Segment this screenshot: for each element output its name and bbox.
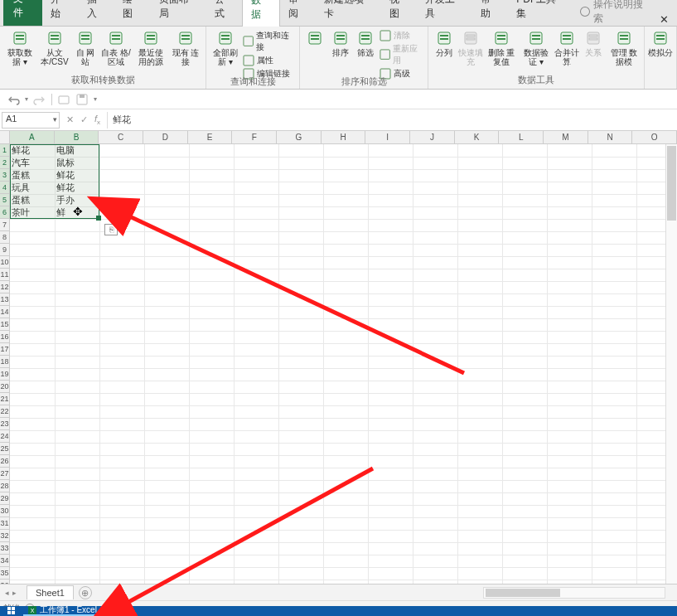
col-header-L[interactable]: L [499, 131, 544, 143]
row-header-10[interactable]: 10 [0, 256, 9, 269]
row-header-7[interactable]: 7 [0, 219, 9, 231]
worksheet-grid[interactable]: ABCDEFGHIJKLMNO 123456789101112131415161… [0, 131, 677, 584]
ribbon-get-data-button[interactable]: 获取数 据 ▾ [3, 30, 36, 66]
col-header-J[interactable]: J [410, 131, 455, 143]
sheet-nav-prev[interactable]: ◂ [5, 589, 9, 597]
row-header-24[interactable]: 24 [0, 430, 9, 443]
row-header-29[interactable]: 29 [0, 492, 9, 505]
row-header-17[interactable]: 17 [0, 343, 9, 356]
row-header-14[interactable]: 14 [0, 306, 9, 318]
name-box[interactable]: A1 ▾ [2, 112, 60, 129]
row-headers[interactable]: 1234567891011121314151617181920212223242… [0, 144, 10, 584]
tab-PDF工具集[interactable]: PDF工具集 [508, 0, 573, 26]
taskbar-item-excel[interactable]: X 工作簿1 - Excel [23, 606, 102, 616]
ribbon-clear-button[interactable]: 清除 [380, 30, 410, 41]
col-header-G[interactable]: G [277, 131, 322, 143]
row-header-23[interactable]: 23 [0, 418, 9, 430]
col-header-F[interactable]: F [232, 131, 277, 143]
ribbon-from-text-button[interactable]: 从文 本/CSV [38, 30, 71, 66]
tab-file[interactable]: 文件 [3, 0, 42, 26]
select-all-corner[interactable] [0, 131, 10, 144]
tab-帮助[interactable]: 帮助 [472, 0, 508, 26]
row-header-35[interactable]: 35 [0, 567, 9, 580]
tab-数据[interactable]: 数据 [242, 0, 279, 27]
ribbon-from-web-button[interactable]: 自 网站 [73, 30, 98, 66]
col-header-D[interactable]: D [143, 131, 188, 143]
ribbon-data-valid-button[interactable]: 数据验 证 ▾ [520, 30, 553, 66]
col-header-E[interactable]: E [188, 131, 233, 143]
ribbon-consol-button[interactable]: 合并计算 [554, 30, 579, 66]
row-header-22[interactable]: 22 [0, 405, 9, 418]
row-header-20[interactable]: 20 [0, 381, 9, 393]
ribbon-flash-fill-button[interactable]: 快速填充 [458, 30, 483, 66]
row-header-1[interactable]: 1 [0, 144, 9, 157]
start-button[interactable] [0, 606, 23, 616]
add-sheet-button[interactable]: ⊕ [79, 586, 92, 599]
row-header-33[interactable]: 33 [0, 542, 9, 555]
row-header-34[interactable]: 34 [0, 555, 9, 567]
fill-handle[interactable] [96, 216, 101, 221]
window-close-button[interactable]: ✕ [651, 13, 677, 26]
row-header-12[interactable]: 12 [0, 281, 9, 293]
row-header-26[interactable]: 26 [0, 455, 9, 468]
qat-open-button[interactable] [57, 93, 70, 106]
ribbon-sim-button[interactable]: 模拟分 [648, 30, 673, 57]
tab-新建选项卡[interactable]: 新建选项卡 [316, 0, 381, 26]
col-header-M[interactable]: M [544, 131, 588, 143]
row-header-21[interactable]: 21 [0, 393, 9, 405]
row-header-27[interactable]: 27 [0, 468, 9, 480]
ribbon-relat-button[interactable]: 关系 [581, 30, 606, 57]
row-header-18[interactable]: 18 [0, 356, 9, 368]
col-header-O[interactable]: O [632, 131, 677, 143]
row-header-30[interactable]: 30 [0, 505, 9, 517]
ribbon-remove-dup-button[interactable]: 删除 重复值 [485, 30, 518, 66]
cells-area[interactable]: 鲜花电脑汽车鼠标蛋糕鲜花玩具鲜花蛋糕手办茶叶鲜⎘✥ [10, 144, 677, 584]
row-header-8[interactable]: 8 [0, 231, 9, 244]
ribbon-filter-button[interactable]: 筛选 [354, 30, 378, 57]
row-header-6[interactable]: 6 [0, 206, 9, 219]
col-header-A[interactable]: A [10, 131, 55, 143]
row-header-19[interactable]: 19 [0, 368, 9, 381]
row-header-2[interactable]: 2 [0, 157, 9, 169]
ribbon-recent-button[interactable]: 最近使 用的源 [134, 30, 167, 66]
row-header-32[interactable]: 32 [0, 530, 9, 542]
tell-me-search[interactable]: 操作说明搜索 [580, 0, 651, 26]
ribbon-sort-button[interactable]: 排序 [329, 30, 353, 57]
col-header-H[interactable]: H [322, 131, 366, 143]
row-header-4[interactable]: 4 [0, 182, 9, 194]
row-header-3[interactable]: 3 [0, 169, 9, 182]
tab-公式[interactable]: 公式 [206, 0, 242, 26]
col-header-K[interactable]: K [455, 131, 500, 143]
row-header-25[interactable]: 25 [0, 443, 9, 455]
ribbon-props-button[interactable]: 属性 [243, 55, 273, 66]
qat-save-button[interactable] [75, 93, 89, 106]
vertical-scrollbar[interactable] [665, 144, 677, 584]
sheet-tab[interactable]: Sheet1 [27, 585, 74, 599]
row-header-31[interactable]: 31 [0, 517, 9, 530]
sheet-nav-next[interactable]: ▸ [12, 589, 17, 597]
col-header-B[interactable]: B [55, 131, 99, 143]
ribbon-text-to-col-button[interactable]: 分列 [432, 30, 457, 57]
cancel-formula-button[interactable]: ✕ [66, 114, 74, 125]
col-header-C[interactable]: C [99, 131, 143, 143]
row-header-15[interactable]: 15 [0, 318, 9, 331]
paste-options-button[interactable]: ⎘ [104, 224, 118, 235]
redo-button[interactable] [33, 93, 46, 106]
formula-input[interactable]: 鲜花 [108, 113, 677, 127]
col-header-N[interactable]: N [588, 131, 633, 143]
row-header-11[interactable]: 11 [0, 269, 9, 281]
fx-button[interactable]: fx [94, 114, 100, 126]
ribbon-data-model-button[interactable]: 管理 数据模 [607, 30, 641, 66]
ribbon-reapply-button[interactable]: 重新应用 [380, 43, 424, 66]
tab-开发工具[interactable]: 开发工具 [417, 0, 472, 26]
tab-页面布局[interactable]: 页面布局 [151, 0, 206, 26]
ribbon-sort-az-button[interactable] [303, 30, 327, 48]
ribbon-refresh-all-button[interactable]: 全部刷 新 ▾ [210, 30, 241, 66]
tab-绘图[interactable]: 绘图 [114, 0, 150, 26]
row-header-13[interactable]: 13 [0, 293, 9, 306]
ribbon-existing-conn-button[interactable]: 现有 连接 [169, 30, 202, 66]
ribbon-queries-button[interactable]: 查询和连接 [243, 30, 296, 53]
col-header-I[interactable]: I [365, 131, 410, 143]
tab-插入[interactable]: 插入 [79, 0, 114, 26]
tab-开始[interactable]: 开始 [42, 0, 78, 26]
